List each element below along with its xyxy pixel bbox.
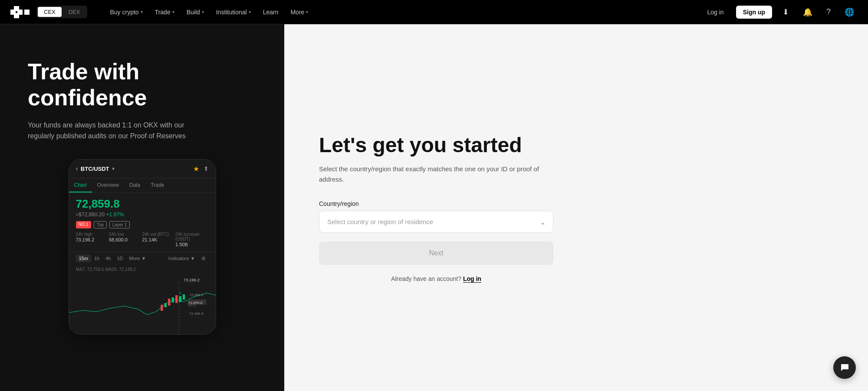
usd-price: ≈$72,880.20 +1.97% bbox=[76, 212, 209, 218]
exchange-tab-group: CEX DEX bbox=[36, 6, 87, 18]
vol-btc-stat: 24h vol (BTC) 21.14K bbox=[142, 232, 176, 247]
timeframe-15m[interactable]: 15m bbox=[76, 254, 91, 262]
language-icon[interactable]: 🌐 bbox=[841, 6, 858, 19]
svg-rect-15 bbox=[179, 296, 181, 302]
okx-logo bbox=[10, 6, 30, 18]
svg-rect-10 bbox=[161, 305, 163, 311]
svg-rect-16 bbox=[182, 294, 184, 300]
svg-text:00:41: 00:41 bbox=[188, 303, 196, 307]
svg-rect-3 bbox=[14, 13, 19, 18]
help-icon[interactable]: ? bbox=[823, 6, 834, 18]
layer-badge: Layer 1 bbox=[109, 221, 130, 228]
svg-text:72,988.6: 72,988.6 bbox=[189, 293, 203, 297]
download-icon[interactable]: ⬇ bbox=[779, 6, 792, 19]
login-prompt: Already have an account? Log in bbox=[319, 275, 553, 282]
chevron-down-icon: ▾ bbox=[249, 10, 251, 14]
svg-rect-12 bbox=[168, 299, 170, 306]
nav-trade[interactable]: Trade ▾ bbox=[150, 6, 180, 18]
main-container: Trade with confidence Your funds are alw… bbox=[0, 0, 868, 391]
nav-build[interactable]: Build ▾ bbox=[181, 6, 209, 18]
chevron-down-icon: ▾ bbox=[202, 10, 204, 14]
notifications-icon[interactable]: 🔔 bbox=[799, 6, 816, 19]
signup-button[interactable]: Sign up bbox=[736, 6, 772, 19]
login-button[interactable]: Log in bbox=[702, 6, 729, 18]
low-stat: 24h low 68,600.0 bbox=[109, 232, 142, 247]
svg-rect-4 bbox=[24, 10, 30, 15]
nav-buy-crypto[interactable]: Buy crypto ▾ bbox=[105, 6, 148, 18]
timeframe-1h[interactable]: 1h bbox=[91, 254, 102, 262]
svg-text:72,496.5: 72,496.5 bbox=[189, 312, 203, 316]
country-select[interactable]: Select country or region of residence bbox=[319, 211, 553, 233]
overview-tab[interactable]: Overview bbox=[92, 179, 124, 192]
login-link[interactable]: Log in bbox=[463, 275, 481, 283]
svg-text:73,196.2: 73,196.2 bbox=[184, 278, 200, 282]
navbar-left: CEX DEX Buy crypto ▾ Trade ▾ Build ▾ Ins… bbox=[10, 6, 313, 18]
left-panel: Trade with confidence Your funds are alw… bbox=[0, 24, 284, 391]
phone-header-icons: ★ ⬆ bbox=[193, 165, 209, 173]
chart-settings-icon[interactable]: ⚙ bbox=[198, 254, 209, 263]
ma-line: MA7: 72,758.6 MA30: 72,149.2 bbox=[69, 265, 216, 274]
hero-subtitle: Your funds are always backed 1:1 on OKX … bbox=[28, 120, 210, 142]
nav-more[interactable]: More ▾ bbox=[285, 6, 313, 18]
nav-learn[interactable]: Learn bbox=[258, 6, 284, 18]
form-title: Let's get you started bbox=[319, 133, 553, 157]
favorite-icon: ★ bbox=[193, 165, 199, 173]
dropdown-icon: ▾ bbox=[112, 166, 115, 172]
svg-rect-13 bbox=[171, 297, 174, 303]
chevron-down-icon: ▾ bbox=[172, 10, 174, 14]
nav-institutional[interactable]: Institutional ▾ bbox=[211, 6, 256, 18]
svg-rect-14 bbox=[175, 295, 178, 303]
navbar-right: Log in Sign up ⬇ 🔔 ? 🌐 bbox=[702, 6, 858, 19]
share-icon: ⬆ bbox=[204, 165, 209, 172]
nav-links: Buy crypto ▾ Trade ▾ Build ▾ Institution… bbox=[105, 6, 313, 18]
chart-area: 73,196.2 72,988.6 72,859.8 bbox=[69, 274, 216, 334]
back-icon: ‹ bbox=[76, 165, 78, 173]
chat-button[interactable] bbox=[833, 356, 856, 379]
dex-tab[interactable]: DEX bbox=[62, 7, 86, 17]
more-timeframes[interactable]: More ▼ bbox=[126, 254, 149, 262]
country-field-label: Country/region bbox=[319, 200, 553, 207]
chart-controls: 15m 1h 4h 1D More ▼ Indicators ▼ ⚙ bbox=[69, 251, 216, 265]
phone-mockup: ‹ BTC/USDT ▾ ★ ⬆ Chart Overview Data Tra… bbox=[69, 159, 216, 335]
phone-header: ‹ BTC/USDT ▾ ★ ⬆ bbox=[69, 160, 216, 179]
current-price: 72,859.8 bbox=[76, 197, 209, 211]
hero-title: Trade with confidence bbox=[28, 59, 256, 111]
chevron-down-icon: ▾ bbox=[141, 10, 143, 14]
signup-form: Let's get you started Select the country… bbox=[319, 133, 553, 282]
trade-tab[interactable]: Trade bbox=[145, 179, 169, 192]
rank-badge: NO.1 bbox=[76, 221, 91, 228]
cex-tab[interactable]: CEX bbox=[38, 7, 62, 17]
phone-tabs: Chart Overview Data Trade bbox=[69, 179, 216, 193]
trading-pair: ‹ BTC/USDT ▾ bbox=[76, 165, 115, 173]
form-description: Select the country/region that exactly m… bbox=[319, 164, 553, 185]
timeframe-4h[interactable]: 4h bbox=[102, 254, 114, 262]
data-tab[interactable]: Data bbox=[124, 179, 145, 192]
price-chart: 73,196.2 72,988.6 72,859.8 bbox=[69, 274, 216, 334]
navbar: CEX DEX Buy crypto ▾ Trade ▾ Build ▾ Ins… bbox=[0, 0, 868, 24]
price-stats: 24h high 73,196.2 24h low 68,600.0 24h v… bbox=[76, 232, 209, 247]
top-badge: Top bbox=[94, 221, 107, 228]
high-stat: 24h high 73,196.2 bbox=[76, 232, 109, 247]
chevron-down-icon: ▾ bbox=[306, 10, 308, 14]
timeframe-1d[interactable]: 1D bbox=[114, 254, 126, 262]
svg-rect-11 bbox=[164, 303, 166, 307]
indicators-btn[interactable]: Indicators ▼ bbox=[165, 254, 198, 262]
right-panel: Let's get you started Select the country… bbox=[284, 24, 868, 391]
chart-tab[interactable]: Chart bbox=[69, 179, 92, 192]
next-button[interactable]: Next bbox=[319, 241, 553, 265]
price-section: 72,859.8 ≈$72,880.20 +1.97% NO.1 Top Lay… bbox=[69, 193, 216, 251]
vol-usdt-stat: 24h turnover (USDT) 1.50B bbox=[175, 232, 209, 247]
country-select-wrapper: Select country or region of residence ⌄ bbox=[319, 211, 553, 233]
badges: NO.1 Top Layer 1 bbox=[76, 221, 209, 228]
svg-rect-2 bbox=[14, 6, 19, 11]
